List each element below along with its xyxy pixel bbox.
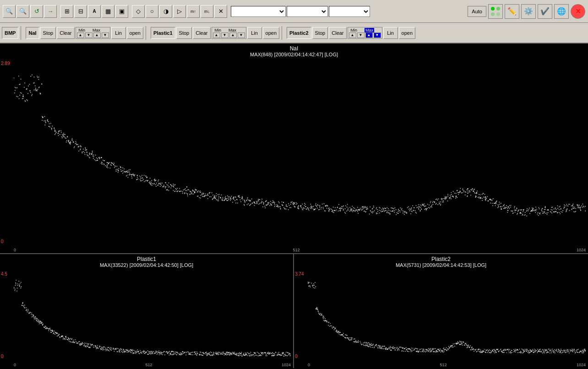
stop2-button[interactable]: Stop [176,27,192,39]
svg-point-602 [261,199,262,200]
svg-point-2071 [278,354,279,355]
stop3-button[interactable]: Stop [312,27,328,39]
clear3-button[interactable]: Clear [329,27,346,39]
lin3-button[interactable]: Lin [383,27,398,39]
tool5-button[interactable]: ▣ [115,5,128,18]
max3-down-button[interactable]: ▼ [374,33,381,38]
svg-point-1633 [110,349,111,350]
min1-down-button[interactable]: ▼ [85,33,93,38]
svg-point-17 [20,92,21,93]
svg-point-817 [352,211,353,212]
max1-up-button[interactable]: ▲ [93,33,101,38]
svg-point-1412 [27,311,28,312]
check-button[interactable]: ✔️ [538,4,552,19]
open3-button[interactable]: open [399,27,415,39]
svg-point-1647 [116,348,117,349]
svg-point-1359 [577,207,578,208]
svg-point-1071 [460,188,461,189]
svg-point-385 [173,190,174,191]
svg-point-2094 [287,355,288,356]
clear1-button[interactable]: Clear [57,27,74,39]
min2-up-button[interactable]: ▲ [213,33,220,38]
zoom-out-button[interactable]: 🔍 [16,5,29,18]
svg-point-2181 [338,332,339,333]
shape5-button[interactable]: m↑ [187,5,200,18]
svg-point-1261 [536,209,537,210]
shape6-button[interactable]: m↓ [201,5,213,18]
svg-point-2806 [583,353,584,353]
select-dropdown1[interactable]: -- 선택 -- [231,6,286,17]
open1-button[interactable]: open [127,27,143,39]
gear-button[interactable]: ⚙️ [521,4,536,19]
svg-point-1449 [40,323,41,324]
tool4-button[interactable]: ▦ [102,5,114,18]
max1-down-button[interactable]: ▼ [102,33,109,38]
svg-point-2653 [524,351,525,352]
svg-point-2602 [503,349,504,350]
svg-point-2730 [552,349,553,350]
forward-button[interactable]: → [44,5,57,18]
svg-point-1216 [518,210,519,211]
svg-point-310 [143,179,144,180]
svg-point-1399 [22,305,22,306]
svg-point-2026 [261,355,262,356]
svg-point-512 [225,197,226,198]
min3-up-button[interactable]: ▲ [349,33,356,38]
svg-point-798 [345,208,346,209]
min3-down-button[interactable]: ▼ [357,33,365,38]
select-dropdown3[interactable] [329,6,370,17]
svg-point-2622 [512,350,512,351]
svg-point-1940 [229,354,229,355]
svg-point-2759 [564,351,565,352]
svg-point-31 [26,99,27,100]
min2-down-button[interactable]: ▼ [221,33,229,38]
svg-point-922 [396,209,397,210]
tool2-button[interactable]: ⊟ [74,5,87,18]
lin2-button[interactable]: Lin [247,27,262,39]
refresh-button[interactable]: ↺ [30,5,43,18]
shape3-button[interactable]: ◑ [159,5,172,18]
svg-point-1596 [95,345,96,346]
globe-button[interactable]: 🌐 [554,4,569,19]
stop1-button[interactable]: Stop [40,27,56,39]
select-dropdown2[interactable] [287,6,328,17]
auto-button[interactable]: Auto [468,6,486,17]
shape4-button[interactable]: ▷ [173,5,186,18]
max3-up-button[interactable]: ▲ [365,33,373,38]
svg-point-2681 [534,349,535,350]
zoom-in-button[interactable]: 🔍 [3,5,16,18]
svg-point-896 [385,210,386,211]
svg-point-365 [165,186,166,187]
min1-up-button[interactable]: ▲ [77,33,84,38]
shape2-button[interactable]: ○ [146,5,158,18]
svg-point-375 [169,186,170,187]
green-dots-button[interactable] [488,4,503,19]
max2-up-button[interactable]: ▲ [229,33,237,38]
svg-point-2722 [549,349,550,350]
svg-point-1775 [164,351,165,352]
max2-down-button[interactable]: ▼ [238,33,245,38]
shape7-button[interactable]: ✕ [214,5,227,18]
close-button[interactable]: ✕ [571,4,585,19]
svg-point-2619 [510,351,511,352]
svg-point-1865 [201,354,202,355]
tool3-button[interactable]: A [88,5,101,18]
svg-point-839 [361,209,362,210]
clear2-button[interactable]: Clear [193,27,210,39]
svg-point-2594 [501,349,501,350]
plastic1-label: Plastic1 [151,27,175,39]
svg-point-1094 [470,195,471,196]
shape1-button[interactable]: ◇ [132,5,145,18]
svg-point-2684 [535,349,536,350]
svg-point-1104 [474,192,475,193]
svg-point-1318 [560,206,561,207]
svg-point-591 [256,202,257,203]
svg-point-733 [315,205,316,206]
svg-point-671 [292,201,293,202]
pencil-button[interactable]: ✏️ [505,4,519,19]
open2-button[interactable]: open [263,27,279,39]
tool1-button[interactable]: ⊞ [60,5,73,18]
svg-point-1356 [577,204,577,205]
lin1-button[interactable]: Lin [111,27,126,39]
svg-point-265 [124,171,125,172]
